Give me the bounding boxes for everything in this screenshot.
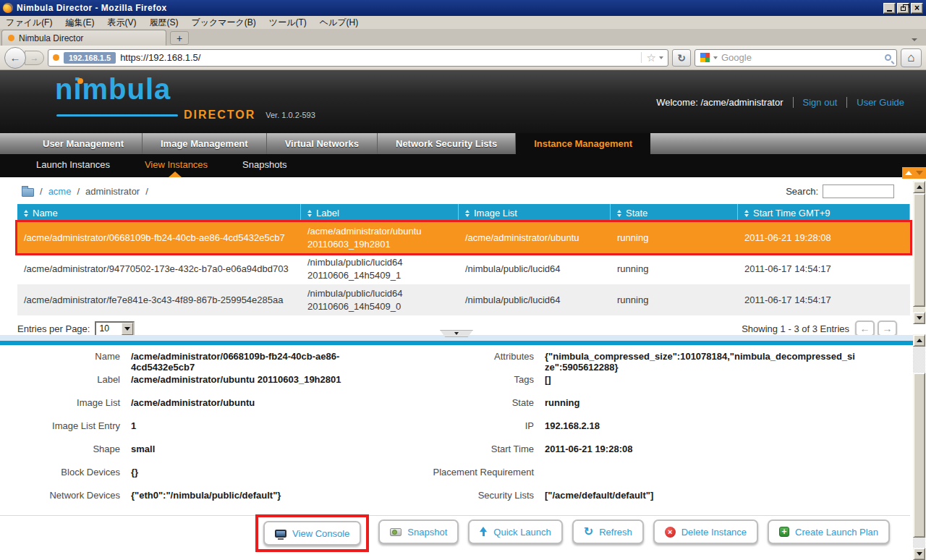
forward-button[interactable]: → [25, 51, 44, 65]
breadcrumb-separator: / [77, 186, 80, 197]
nav-tab-network-security-lists[interactable]: Network Security Lists [378, 133, 516, 154]
cell-state: running [611, 291, 738, 310]
subnav-launch-instances[interactable]: Launch Instances [36, 154, 110, 177]
list-all-tabs-icon[interactable] [912, 38, 917, 41]
browser-tab[interactable]: Nimbula Director [1, 30, 166, 46]
column-header-start-time[interactable]: Start Time GMT+9 [738, 204, 910, 222]
previous-page-button[interactable]: ← [855, 321, 875, 336]
nav-tab-image-management[interactable]: Image Management [143, 133, 267, 154]
detail-value: small [131, 444, 384, 467]
table-row[interactable]: /acme/administrator/94770502-173e-432c-b… [17, 253, 910, 284]
showing-entries-text: Showing 1 - 3 of 3 Entries [742, 323, 849, 334]
scrollbar-thumb[interactable] [913, 373, 925, 538]
plus-icon: + [779, 527, 789, 537]
restore-button[interactable] [897, 3, 909, 14]
detail-value: 1 [131, 420, 384, 444]
delete-instance-button[interactable]: × Delete Instance [653, 519, 758, 544]
logo-subtitle: DIRECTOR [184, 109, 255, 122]
user-guide-link[interactable]: User Guide [846, 97, 904, 108]
new-tab-button[interactable]: + [170, 31, 189, 45]
back-button[interactable]: ← [4, 47, 26, 69]
scroll-down-button[interactable] [913, 548, 925, 560]
home-button[interactable]: ⌂ [901, 48, 922, 67]
reload-button[interactable]: ↻ [672, 49, 691, 67]
quick-launch-button[interactable]: Quick Launch [468, 519, 563, 544]
sort-icon [617, 210, 621, 217]
sort-icon [307, 210, 312, 217]
refresh-button[interactable]: ↻ Refresh [572, 519, 644, 544]
detail-label: State [395, 397, 534, 420]
subnav-snapshots[interactable]: Snapshots [242, 154, 286, 177]
table-scrollbar[interactable] [913, 181, 925, 324]
column-header-name[interactable]: Name [17, 204, 301, 222]
detail-value: ["/acme/default/default"] [545, 490, 856, 513]
sign-out-link[interactable]: Sign out [793, 97, 838, 108]
entries-per-page-value: 10 [96, 323, 122, 335]
search-input[interactable] [823, 184, 894, 198]
scroll-up-button[interactable] [913, 181, 925, 193]
bookmark-dropdown-icon[interactable] [659, 56, 663, 59]
details-scrollbar[interactable] [913, 334, 925, 560]
web-search-input[interactable] [721, 52, 881, 63]
scroll-down-button[interactable] [913, 312, 925, 324]
sort-icon [744, 210, 749, 217]
firefox-icon [3, 3, 13, 13]
search-engine-box[interactable] [694, 49, 897, 67]
scrollbar-thumb[interactable] [913, 193, 925, 307]
detail-value: 192.168.2.18 [545, 420, 856, 444]
splitter-arrow-icon [454, 332, 459, 335]
menu-item-edit[interactable]: 編集(E) [65, 17, 94, 29]
url-bar[interactable]: 192.168.1.5 https://192.168.1.5/ ☆ [48, 49, 668, 67]
close-button[interactable]: × [911, 3, 923, 14]
view-console-button[interactable]: View Console [263, 521, 361, 546]
nav-tab-user-management[interactable]: User Management [25, 133, 143, 154]
create-launch-plan-button[interactable]: + Create Launch Plan [768, 519, 890, 544]
menu-item-file[interactable]: ファイル(F) [6, 17, 52, 29]
search-engine-dropdown-icon[interactable] [713, 56, 718, 59]
collapse-up-icon [905, 171, 912, 175]
breadcrumb-acme[interactable]: acme [48, 186, 72, 197]
detail-value: {"eth0":"/nimbula/public/default"} [131, 490, 384, 513]
scrollbar-track[interactable] [913, 538, 925, 548]
url-text[interactable]: https://192.168.1.5/ [120, 52, 200, 63]
detail-label: Image List [19, 397, 120, 420]
logo-dot [77, 78, 83, 84]
nav-tab-virtual-networks[interactable]: Virtual Networks [267, 133, 378, 154]
magnifier-icon[interactable] [885, 54, 891, 61]
minimize-icon [887, 10, 892, 12]
column-header-image-list[interactable]: Image List [459, 204, 611, 222]
scrollbar-track[interactable] [913, 307, 925, 312]
detail-value: [] [545, 374, 856, 397]
minimize-button[interactable] [883, 3, 896, 14]
nav-tab-instance-management[interactable]: Instance Management [516, 133, 650, 154]
menu-item-bookmarks[interactable]: ブックマーク(B) [191, 17, 255, 29]
table-row-selected[interactable]: /acme/administrator/0668109b-fb24-40cb-a… [17, 222, 910, 253]
scroll-up-button[interactable] [913, 334, 925, 347]
cell-image-list: /nimbula/public/lucid64 [459, 260, 611, 279]
splitter-handle[interactable] [440, 330, 473, 337]
column-header-state[interactable]: State [611, 204, 738, 222]
snapshot-button[interactable]: Snapshot [378, 519, 459, 544]
main-nav: User Management Image Management Virtual… [0, 133, 926, 154]
sort-icon [465, 210, 470, 217]
folder-icon[interactable] [22, 188, 34, 197]
table-row[interactable]: /acme/administrator/fe7e841e-3c43-4f89-8… [17, 284, 910, 315]
bookmark-star-icon[interactable]: ☆ [647, 52, 656, 63]
menu-item-tools[interactable]: ツール(T) [269, 17, 307, 29]
panel-collapse-widget[interactable] [902, 167, 926, 179]
instance-details: Name /acme/administrator/0668109b-fb24-4… [19, 351, 856, 513]
breadcrumb-separator: / [145, 186, 148, 197]
column-header-label[interactable]: Label [301, 204, 459, 222]
detail-value: {} [131, 467, 384, 490]
menu-item-history[interactable]: 履歴(S) [149, 17, 178, 29]
menu-item-help[interactable]: ヘルプ(H) [320, 17, 359, 29]
site-identity-badge[interactable]: 192.168.1.5 [64, 52, 116, 64]
next-page-button[interactable]: → [878, 321, 897, 336]
scrollbar-track[interactable] [913, 347, 925, 373]
menu-item-view[interactable]: 表示(V) [107, 17, 136, 29]
cell-image-list: /acme/administrator/ubuntu [459, 229, 611, 247]
entries-per-page-select[interactable]: 10 [95, 321, 135, 336]
camera-icon [390, 528, 402, 536]
annotation-highlight-box: View Console [255, 514, 369, 552]
detail-label: Security Lists [395, 490, 534, 513]
